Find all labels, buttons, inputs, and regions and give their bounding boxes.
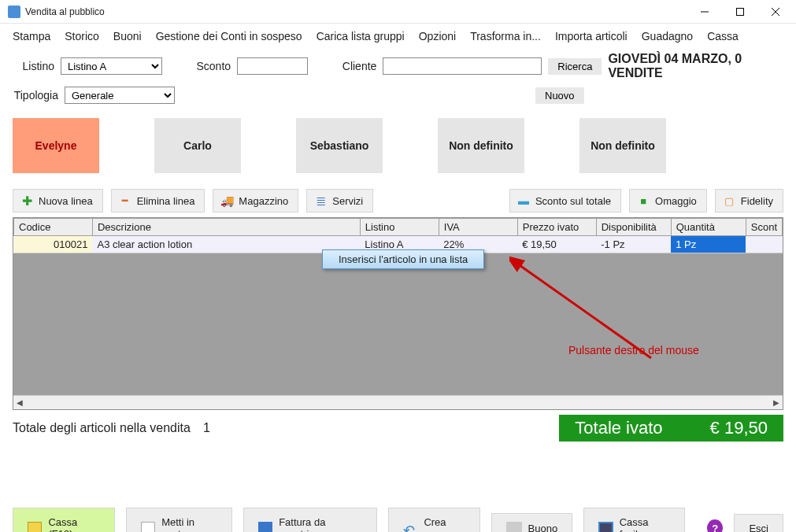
scroll-right-icon[interactable]: ▶ [770,398,783,407]
sconto-input[interactable] [237,57,308,75]
discount-icon [516,194,531,208]
user-tiles: Evelyne Carlo Sebastiano Non definito No… [0,107,796,184]
titlebar: Vendita al pubblico [0,0,796,24]
col-prezzo[interactable]: Prezzo ivato [517,219,596,236]
cliente-label: Cliente [335,60,376,72]
col-iva[interactable]: IVA [439,219,517,236]
cell-sconto [746,236,782,253]
minus-icon [118,194,132,208]
col-sconto[interactable]: Scont [746,219,782,236]
total-label: Totale ivato [575,418,662,438]
grid: Codice Descrizione Listino IVA Prezzo iv… [13,217,783,410]
servizi-button[interactable]: Servizi [306,189,373,212]
col-disponibilita[interactable]: Disponibilità [596,219,671,236]
menu-cassa[interactable]: Cassa [707,30,739,42]
menu-opzioni[interactable]: Opzioni [419,30,456,42]
items-total-label: Totale degli articoli nella vendita [13,421,191,435]
elimina-linea-button[interactable]: Elimina linea [111,189,205,212]
nuovo-button[interactable]: Nuovo [535,87,584,104]
truck-icon [220,194,234,208]
esci-button[interactable]: Esci [734,514,783,533]
menu-buoni[interactable]: Buoni [113,30,142,42]
app-icon [8,6,20,18]
menu-importa[interactable]: Importa articoli [555,30,628,42]
cliente-input[interactable] [383,57,542,75]
listino-select[interactable]: Listino A [61,57,162,75]
menu-gestione-conti[interactable]: Gestione dei Conti in sospeso [156,30,302,42]
sconto-totale-button[interactable]: Sconto sul totale [509,189,621,212]
user-tile-carlo[interactable]: Carlo [154,118,241,173]
metti-in-conto-button[interactable]: Metti in conto [126,508,232,532]
document-icon [258,522,272,532]
svg-rect-1 [736,8,743,15]
omaggio-button[interactable]: Omaggio [629,189,707,212]
nuova-linea-button[interactable]: Nuova linea [13,189,103,212]
cassa-facile-button[interactable]: Cassa facile [583,508,685,532]
total-value: € 19,50 [710,418,768,438]
menubar: Stampa Storico Buoni Gestione dei Conti … [0,24,796,49]
minimize-button[interactable] [687,0,722,24]
ticket-icon [506,522,522,532]
listino-label: Listino [13,60,54,72]
scroll-left-icon[interactable]: ◀ [13,398,26,407]
date-header: GIOVEDÌ 04 MARZO, 0 VENDITE [608,52,783,80]
horizontal-scrollbar[interactable]: ◀ ▶ [13,395,783,409]
cell-disponibilita: -1 Pz [596,236,671,253]
fattura-button[interactable]: Fattura da scontrino [243,508,377,532]
filter-row-1: Listino Listino A Sconto Cliente Ricerca… [0,49,796,83]
col-codice[interactable]: Codice [14,219,93,236]
fidelity-button[interactable]: Fidelity [715,189,783,212]
window-title: Vendita al pubblico [25,6,687,17]
user-tile-nondef-1[interactable]: Non definito [438,118,524,173]
maximize-button[interactable] [722,0,757,24]
tipologia-select[interactable]: Generale [65,87,175,104]
menu-trasforma[interactable]: Trasforma in... [470,30,541,42]
menu-stampa[interactable]: Stampa [13,30,50,42]
col-descrizione[interactable]: Descrizione [92,219,360,236]
close-button[interactable] [757,0,793,24]
book-icon [141,522,155,532]
undo-icon [403,522,417,532]
col-quantita[interactable]: Quantità [671,219,746,236]
screen-icon [598,522,613,532]
gift-icon [636,194,650,208]
crea-reso-button[interactable]: Crea reso [388,508,479,532]
list-icon [313,194,328,208]
cell-descrizione: A3 clear action lotion [92,236,360,253]
magazzino-button[interactable]: Magazzino [213,189,298,212]
user-tile-nondef-2[interactable]: Non definito [579,118,666,173]
plus-icon [20,194,34,208]
menu-storico[interactable]: Storico [65,30,99,42]
help-icon[interactable]: ? [707,519,723,532]
user-tile-sebastiano[interactable]: Sebastiano [296,118,383,173]
total-box: Totale ivato € 19,50 [559,415,783,441]
tipologia-label: Tipologia [13,89,58,102]
menu-carica-lista[interactable]: Carica lista gruppi [317,30,405,42]
cassa-button[interactable]: Cassa (F10) [13,508,115,532]
items-total-count: 1 [203,421,210,435]
fidelity-icon [722,194,736,208]
cell-quantita[interactable]: 1 Pz [671,236,746,253]
sconto-label: Sconto [189,60,231,72]
col-listino[interactable]: Listino [360,219,439,236]
user-tile-evelyne[interactable]: Evelyne [13,118,99,173]
toolbar: Nuova linea Elimina linea Magazzino Serv… [0,184,796,217]
buono-button[interactable]: Buono [491,513,573,532]
cash-icon [28,522,42,532]
footer: Cassa (F10) Metti in conto Fattura da sc… [0,501,796,532]
context-menu-insert-list[interactable]: Inserisci l'articolo in una lista [322,249,484,269]
cell-prezzo: € 19,50 [517,236,596,253]
menu-guadagno[interactable]: Guadagno [642,30,693,42]
ricerca-button[interactable]: Ricerca [548,58,602,75]
grid-empty-area [13,253,783,395]
filter-row-2: Tipologia Generale Nuovo [0,83,796,107]
cell-codice: 010021 [14,236,93,253]
totals-row: Totale degli articoli nella vendita 1 To… [0,410,796,446]
